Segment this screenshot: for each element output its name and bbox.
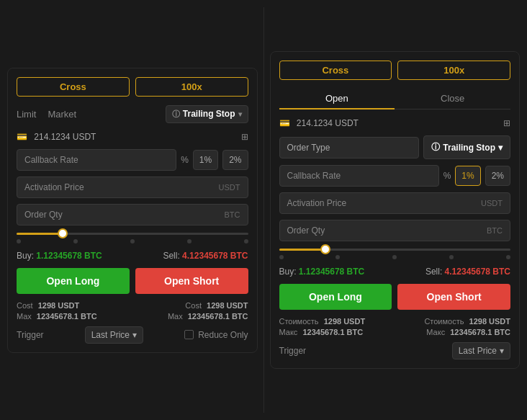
- activation-price-placeholder-left: Activation Price: [24, 182, 84, 192]
- activation-price-field-right[interactable]: Activation Price USDT: [279, 192, 511, 214]
- action-row-right: Open Long Open Short: [279, 284, 511, 310]
- chevron-icon-left: ▾: [238, 110, 242, 118]
- callback-rate-field-left[interactable]: Callback Rate: [17, 149, 176, 171]
- slider-dot-2-left: [73, 239, 78, 243]
- trigger-label-left: Trigger: [17, 330, 44, 340]
- tab-open[interactable]: Open: [279, 89, 395, 110]
- btn-1pct-right[interactable]: 1%: [455, 166, 480, 186]
- callback-rate-field-right[interactable]: Callback Rate: [279, 165, 439, 187]
- slider-left[interactable]: [17, 233, 248, 243]
- slider-right[interactable]: [279, 249, 511, 259]
- callback-rate-placeholder-right: Callback Rate: [287, 171, 341, 181]
- btn-1pct-left[interactable]: 1%: [193, 150, 218, 170]
- trigger-select-left[interactable]: Last Price ▾: [85, 326, 143, 344]
- btn-2pct-left[interactable]: 2%: [222, 150, 248, 170]
- sell-val-left: 4.12345678 BTC: [182, 251, 248, 261]
- card-icon-left: 💳: [17, 132, 27, 142]
- last-price-label-left: Last Price: [91, 330, 130, 340]
- trailing-stop-btn-left[interactable]: ⓘ Trailing Stop ▾: [166, 105, 248, 123]
- callback-rate-row-right: Callback Rate % 1% 2%: [279, 165, 511, 187]
- order-type-selector-row: Order Type ⓘ Trailing Stop ▾: [279, 135, 511, 159]
- order-qty-unit-left: BTC: [225, 210, 240, 219]
- open-short-btn-right[interactable]: Open Short: [397, 284, 510, 310]
- order-qty-placeholder-left: Order Qty: [24, 210, 63, 220]
- reduce-only-label-left: Reduce Only: [198, 330, 248, 340]
- slider-dot-4-right: [449, 255, 454, 259]
- last-price-label-right: Last Price: [459, 346, 497, 356]
- slider-fill-left: [17, 233, 63, 235]
- buy-label-left: Buy: 1.12345678 BTC: [17, 251, 102, 261]
- slider-dot-5-left: [244, 239, 248, 243]
- activation-price-field-left[interactable]: Activation Price USDT: [17, 177, 248, 198]
- cost-buy-right: Стоимость 1298 USDT: [279, 317, 366, 326]
- top-row-left: Cross 100x: [17, 77, 248, 97]
- leverage-button-left[interactable]: 100x: [135, 77, 248, 97]
- balance-row-right: 💳 214.1234 USDT ⊞: [279, 118, 511, 128]
- buy-val-left: 1.12345678 BTC: [36, 251, 102, 261]
- cost-buy-left: Cost 1298 USDT: [17, 301, 79, 310]
- activation-price-unit-left: USDT: [219, 183, 240, 192]
- tab-close[interactable]: Close: [395, 89, 510, 109]
- slider-thumb-left[interactable]: [58, 228, 68, 238]
- open-long-btn-left[interactable]: Open Long: [17, 268, 130, 294]
- cross-button-left[interactable]: Cross: [17, 77, 130, 97]
- tab-market[interactable]: Market: [48, 107, 76, 121]
- slider-dots-left: [17, 239, 248, 243]
- reduce-only-left: Reduce Only: [184, 330, 248, 340]
- top-row-right: Cross 100x: [279, 61, 511, 80]
- info-icon-right: ⓘ: [431, 141, 440, 153]
- info-icon-left: ⓘ: [172, 109, 180, 120]
- slider-thumb-right[interactable]: [320, 244, 330, 254]
- calc-icon-left[interactable]: ⊞: [241, 132, 248, 142]
- trigger-chevron-left: ▾: [132, 330, 137, 340]
- leverage-button-right[interactable]: 100x: [397, 61, 510, 80]
- order-type-row-left: Limit Market ⓘ Trailing Stop ▾: [17, 105, 248, 123]
- trigger-chevron-right: ▾: [500, 346, 504, 356]
- panel-right: Cross 100x Open Close 💳 214.1234 USDT ⊞ …: [270, 51, 521, 369]
- order-qty-field-left[interactable]: Order Qty BTC: [17, 204, 248, 225]
- cross-button-right[interactable]: Cross: [279, 61, 392, 80]
- order-qty-row-right: Order Qty BTC: [279, 220, 511, 241]
- slider-dot-3-left: [130, 239, 135, 243]
- open-short-btn-left[interactable]: Open Short: [135, 268, 248, 294]
- slider-dot-4-left: [187, 239, 192, 243]
- cost-row-right: Стоимость 1298 USDT Стоимость 1298 USDT: [279, 317, 511, 326]
- activation-price-row-right: Activation Price USDT: [279, 192, 511, 214]
- activation-price-placeholder-right: Activation Price: [287, 198, 347, 208]
- btn-2pct-right[interactable]: 2%: [485, 166, 510, 186]
- cost-sell-left: Cost 1298 USDT: [185, 301, 248, 310]
- open-long-btn-right[interactable]: Open Long: [279, 284, 392, 310]
- slider-dot-3-right: [392, 255, 397, 259]
- max-row-right: Макс 12345678.1 BTC Макс 12345678.1 BTC: [279, 328, 511, 336]
- reduce-only-checkbox-left[interactable]: [184, 330, 194, 339]
- slider-dot-2-right: [335, 255, 340, 259]
- trigger-row-right: Trigger Last Price ▾: [279, 342, 511, 359]
- order-qty-field-right[interactable]: Order Qty BTC: [279, 220, 511, 241]
- trigger-label-right: Trigger: [279, 346, 307, 356]
- trailing-stop-select-label: Trailing Stop: [443, 143, 495, 153]
- slider-dot-5-right: [506, 255, 510, 259]
- activation-price-unit-right: USDT: [481, 199, 503, 207]
- buysell-row-left: Buy: 1.12345678 BTC Sell: 4.12345678 BTC: [17, 251, 248, 261]
- calc-icon-right[interactable]: ⊞: [503, 118, 510, 128]
- order-qty-placeholder-right: Order Qty: [287, 225, 325, 236]
- action-row-left: Open Long Open Short: [17, 268, 248, 294]
- max-sell-right: Макс 12345678.1 BTC: [426, 328, 510, 336]
- max-row-left: Max 12345678.1 BTC Max 12345678.1 BTC: [17, 312, 248, 321]
- panel-left: Cross 100x Limit Market ⓘ Trailing Stop …: [7, 68, 258, 353]
- slider-track-right: [279, 249, 511, 251]
- trailing-stop-label-left: Trailing Stop: [183, 109, 235, 119]
- callback-rate-placeholder-left: Callback Rate: [24, 155, 78, 165]
- panels-divider: [264, 7, 264, 413]
- tab-limit[interactable]: Limit: [17, 107, 36, 121]
- max-buy-right: Макс 12345678.1 BTC: [279, 328, 364, 336]
- callback-rate-row-left: Callback Rate % 1% 2%: [17, 149, 248, 171]
- open-close-tabs: Open Close: [279, 89, 511, 110]
- buy-label-right: Buy: 1.12345678 BTC: [279, 267, 365, 277]
- slider-fill-right: [279, 249, 325, 251]
- cost-row-left: Cost 1298 USDT Cost 1298 USDT: [17, 301, 248, 310]
- order-type-label: Order Type: [279, 137, 420, 158]
- buy-val-right: 1.12345678 BTC: [299, 267, 364, 277]
- order-type-select[interactable]: ⓘ Trailing Stop ▾: [423, 135, 510, 159]
- trigger-select-right[interactable]: Last Price ▾: [452, 342, 510, 359]
